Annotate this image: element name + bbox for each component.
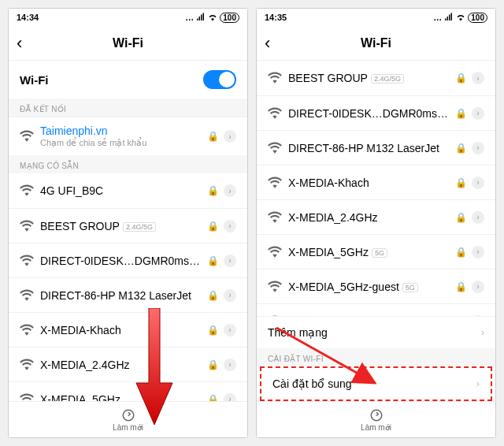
wifi-icon (268, 245, 282, 259)
status-icons: … 100 (185, 13, 239, 23)
lock-icon: 🔒 (207, 131, 219, 142)
chevron-icon[interactable]: › (472, 211, 484, 224)
network-name: X-MEDIA_2.4GHz (40, 359, 207, 371)
network-name: BEEST GROUP2.4G/5G (40, 220, 207, 232)
wifi-icon (268, 71, 282, 85)
status-time: 14:34 (17, 13, 39, 22)
wifi-icon (20, 219, 34, 233)
lock-icon: 🔒 (455, 281, 467, 292)
section-available: MẠNG CÓ SẴN (9, 155, 247, 173)
lock-icon: 🔒 (207, 255, 219, 266)
lock-icon: 🔒 (207, 185, 219, 196)
chevron-icon[interactable]: › (472, 281, 484, 293)
phone-right: 14:35 … 100 ‹ Wi-Fi BEEST GROUP2.4G/5G🔒›… (256, 8, 496, 438)
network-sub: Chạm để chia sẻ mật khẩu (40, 138, 207, 148)
chevron-icon[interactable]: › (224, 220, 236, 232)
refresh-icon (121, 408, 135, 422)
network-name: 4G UFI_B9C (40, 184, 207, 197)
refresh-button[interactable]: Làm mới (9, 401, 247, 437)
lock-icon: 🔒 (207, 221, 219, 232)
network-row[interactable]: X-MEDIA_5GHz5G🔒› (257, 234, 495, 269)
advanced-settings-row[interactable]: Cài đặt bổ sung › (261, 368, 491, 400)
network-row[interactable]: DIRECT-0IDESK…DGMR0msUW🔒› (257, 95, 495, 130)
nodisturb-icon: … (185, 13, 194, 22)
lock-icon: 🔒 (455, 247, 467, 258)
network-row[interactable]: DIRECT-86-HP M132 LaserJet🔒› (257, 130, 495, 165)
connected-network-row[interactable]: Taimienphi.vn Chạm để chia sẻ mật khẩu 🔒… (9, 117, 247, 155)
lock-icon: 🔒 (455, 108, 467, 119)
wifi-icon (20, 254, 34, 268)
lock-icon: 🔒 (207, 394, 219, 401)
battery-icon: 100 (220, 13, 239, 23)
advanced-settings-label: Cài đặt bổ sung (272, 377, 352, 390)
network-name: DIRECT-86-HP M132 LaserJet (40, 289, 207, 302)
network-row[interactable]: DIRECT-86-HP M132 LaserJet🔒› (9, 277, 247, 312)
wifi-icon (20, 323, 34, 337)
network-row[interactable]: X-MEDIA_2.4GHz🔒› (257, 199, 495, 234)
wifi-toggle-label: Wi-Fi (20, 73, 49, 87)
refresh-button[interactable]: Làm mới (257, 401, 495, 437)
chevron-icon[interactable]: › (472, 177, 484, 189)
band-badge: 5G (402, 283, 418, 292)
wifi-icon (456, 13, 465, 22)
network-name: X-MEDIA_5GHz-guest5G (288, 281, 455, 293)
wifi-toggle-row[interactable]: Wi-Fi (9, 61, 247, 98)
network-row[interactable]: BEEST GROUP2.4G/5G🔒› (257, 61, 495, 95)
network-row[interactable]: X-MEDIA-Khach🔒› (257, 165, 495, 199)
band-badge: 2.4G/5G (371, 74, 404, 84)
nodisturb-icon: … (433, 13, 442, 22)
lock-icon: 🔒 (455, 177, 467, 188)
band-badge: 5G (372, 248, 387, 258)
add-network-row[interactable]: Thêm mạng › (257, 316, 495, 348)
refresh-icon (369, 408, 384, 422)
status-bar: 14:35 … 100 (257, 9, 495, 26)
network-row[interactable]: X-MEDIA_2.4GHz🔒› (9, 347, 247, 381)
back-button[interactable]: ‹ (17, 35, 35, 52)
network-row[interactable]: BEEST GROUP2.4G/5G🔒› (9, 208, 247, 243)
network-row[interactable]: 4G UFI_B9C🔒› (9, 173, 247, 208)
chevron-icon[interactable]: › (224, 130, 236, 143)
network-name: BEEST GROUP2.4G/5G (288, 72, 455, 84)
section-connected: ĐÃ KẾT NỐI (9, 98, 247, 117)
lock-icon: 🔒 (455, 212, 467, 223)
wifi-toggle[interactable] (203, 70, 236, 89)
network-name: DIRECT-0IDESK…DGMR0msUW (288, 107, 455, 120)
network-row[interactable]: ZOMUA2🔒› (257, 303, 495, 316)
header: ‹ Wi-Fi (9, 26, 247, 61)
network-name: DIRECT-0IDESK…DGMR0msUW (40, 255, 207, 267)
chevron-icon[interactable]: › (224, 255, 236, 267)
lock-icon: 🔒 (207, 325, 219, 336)
chevron-icon: › (481, 327, 484, 338)
phone-left: 14:34 … 100 ‹ Wi-Fi Wi-Fi ĐÃ KẾT NỐI Tai… (8, 8, 248, 438)
page-title: Wi-Fi (257, 36, 495, 50)
chevron-icon[interactable]: › (224, 324, 236, 336)
wifi-icon (268, 210, 282, 225)
section-wifi-settings: CÀI ĐẶT WI-FI (257, 348, 495, 366)
refresh-label: Làm mới (113, 423, 143, 432)
back-button[interactable]: ‹ (265, 35, 284, 52)
network-name: Taimienphi.vn (40, 125, 207, 137)
battery-icon: 100 (468, 13, 487, 23)
network-name: DIRECT-86-HP M132 LaserJet (288, 142, 455, 154)
chevron-icon[interactable]: › (472, 246, 484, 258)
wifi-icon (20, 184, 34, 198)
wifi-icon (268, 106, 282, 121)
signal-icon (196, 13, 206, 22)
chevron-icon[interactable]: › (472, 72, 484, 84)
chevron-icon[interactable]: › (472, 142, 484, 154)
wifi-icon (268, 176, 282, 190)
lock-icon: 🔒 (455, 72, 467, 84)
network-row[interactable]: X-MEDIA-Khach🔒› (9, 312, 247, 347)
chevron-icon[interactable]: › (224, 289, 236, 302)
network-name: X-MEDIA_2.4GHz (288, 211, 455, 224)
chevron-icon[interactable]: › (224, 393, 236, 401)
network-row[interactable]: X-MEDIA_5GHz🔒› (9, 381, 247, 401)
add-network-label: Thêm mạng (268, 326, 328, 339)
chevron-icon[interactable]: › (472, 107, 484, 120)
network-row[interactable]: X-MEDIA_5GHz-guest5G🔒› (257, 269, 495, 303)
chevron-icon[interactable]: › (224, 184, 236, 197)
chevron-icon[interactable]: › (224, 359, 236, 371)
header: ‹ Wi-Fi (257, 26, 495, 61)
wifi-icon (20, 129, 34, 143)
network-row[interactable]: DIRECT-0IDESK…DGMR0msUW🔒› (9, 243, 247, 277)
